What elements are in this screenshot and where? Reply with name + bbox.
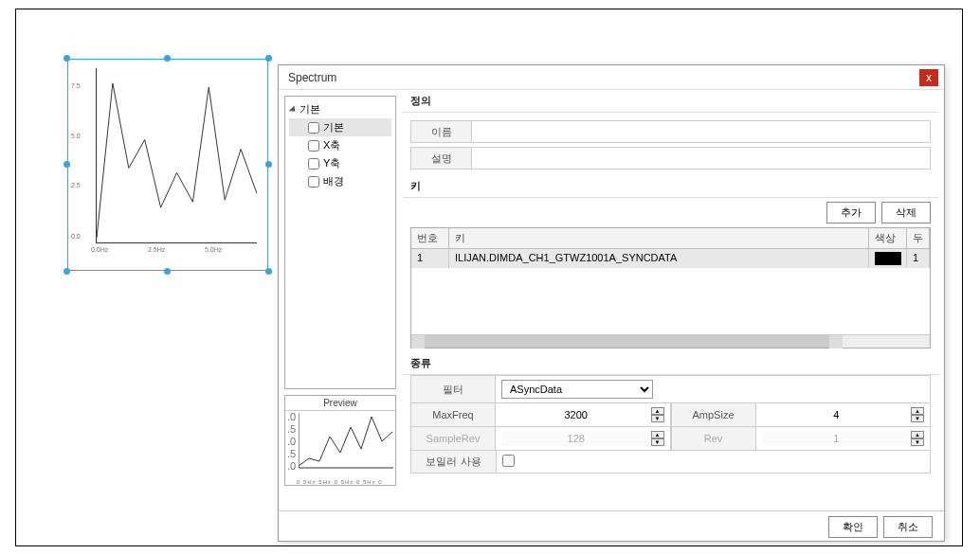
boiler-label: 보일러 사용 xyxy=(411,451,497,473)
filter-select[interactable]: ASyncData xyxy=(501,380,653,399)
y-tick: 0.0 xyxy=(71,233,81,240)
section-definition: 정의 xyxy=(403,90,938,113)
delete-button[interactable]: 삭제 xyxy=(881,202,931,223)
col-header-thickness[interactable]: 두 xyxy=(907,228,930,248)
samplerev-label: SampleRev xyxy=(410,427,496,451)
section-key: 키 xyxy=(403,175,938,198)
close-button[interactable]: x xyxy=(919,69,938,86)
col-header-no[interactable]: 번호 xyxy=(411,228,449,248)
desc-input[interactable] xyxy=(472,148,930,169)
samplerev-input xyxy=(501,431,651,446)
spinner-up-icon: ▲ xyxy=(911,431,924,438)
rev-input xyxy=(762,431,912,446)
filter-label: 필터 xyxy=(410,376,496,403)
tree-checkbox[interactable] xyxy=(308,158,319,170)
tree-item-background[interactable]: 배경 xyxy=(289,172,391,190)
tree-item-xaxis[interactable]: X축 xyxy=(289,136,391,154)
col-header-color[interactable]: 색상 xyxy=(869,228,907,248)
y-tick: 5.0 xyxy=(71,133,81,139)
maxfreq-label: MaxFreq xyxy=(410,403,496,427)
add-button[interactable]: 추가 xyxy=(826,202,876,223)
boiler-checkbox[interactable] xyxy=(502,455,515,467)
table-row[interactable]: 1 ILIJAN.DIMDA_CH1_GTWZ1001A_SYNCDATA 1 xyxy=(411,249,930,268)
cancel-button[interactable]: 취소 xyxy=(883,516,933,538)
y-tick: 7.5 xyxy=(71,82,81,89)
spinner-up-icon: ▲ xyxy=(651,431,664,438)
canvas-frame: 7.5 5.0 2.5 0.0 0.0Hz 2.5Hz 5.0Hz Spectr… xyxy=(15,9,963,546)
x-tick: 2.5Hz xyxy=(148,246,165,253)
spinner-up-icon[interactable]: ▲ xyxy=(651,407,664,415)
tree-root[interactable]: 기본 xyxy=(289,100,391,118)
chevron-down-icon xyxy=(289,105,298,114)
dialog-title: Spectrum xyxy=(288,71,919,84)
ok-button[interactable]: 확인 xyxy=(828,516,878,538)
section-type: 종류 xyxy=(403,352,938,375)
tree-checkbox[interactable] xyxy=(308,122,319,134)
spinner-down-icon[interactable]: ▼ xyxy=(651,415,664,422)
name-input[interactable] xyxy=(472,121,930,142)
key-table[interactable]: 번호 키 색상 두 1 ILIJAN.DIMDA_CH1_GTWZ1001A_S… xyxy=(410,227,931,348)
x-tick: 0.0Hz xyxy=(91,246,108,253)
ampsize-label: AmpSize xyxy=(671,403,756,427)
spinner-down-icon: ▼ xyxy=(911,438,924,446)
horizontal-scrollbar[interactable] xyxy=(411,334,930,348)
canvas-chart-object[interactable]: 7.5 5.0 2.5 0.0 0.0Hz 2.5Hz 5.0Hz xyxy=(67,59,268,271)
property-tree[interactable]: 기본 기본 X축 Y축 xyxy=(284,96,396,389)
dialog-titlebar[interactable]: Spectrum x xyxy=(279,65,944,90)
spinner-up-icon[interactable]: ▲ xyxy=(911,407,924,415)
col-header-key[interactable]: 키 xyxy=(449,228,869,248)
y-tick: 2.5 xyxy=(71,182,81,188)
rev-label: Rev xyxy=(671,427,756,451)
spinner-down-icon[interactable]: ▼ xyxy=(911,415,924,422)
ampsize-input[interactable] xyxy=(762,407,912,422)
spinner-down-icon: ▼ xyxy=(651,438,664,446)
preview-title: Preview xyxy=(285,396,395,411)
tree-root-label: 기본 xyxy=(299,102,320,116)
color-swatch[interactable] xyxy=(875,252,901,265)
tree-checkbox[interactable] xyxy=(308,140,319,152)
x-tick: 5.0Hz xyxy=(205,246,222,253)
tree-item-yaxis[interactable]: Y축 xyxy=(289,154,391,172)
name-label: 이름 xyxy=(411,121,472,142)
spectrum-dialog: Spectrum x 기본 기본 X축 xyxy=(278,64,945,542)
tree-checkbox[interactable] xyxy=(308,176,319,188)
tree-item-basic[interactable]: 기본 xyxy=(289,118,391,136)
preview-panel: Preview .0 .5 .0 .5 .0 xyxy=(284,395,396,486)
maxfreq-input[interactable] xyxy=(501,407,651,422)
desc-label: 설명 xyxy=(411,148,472,169)
